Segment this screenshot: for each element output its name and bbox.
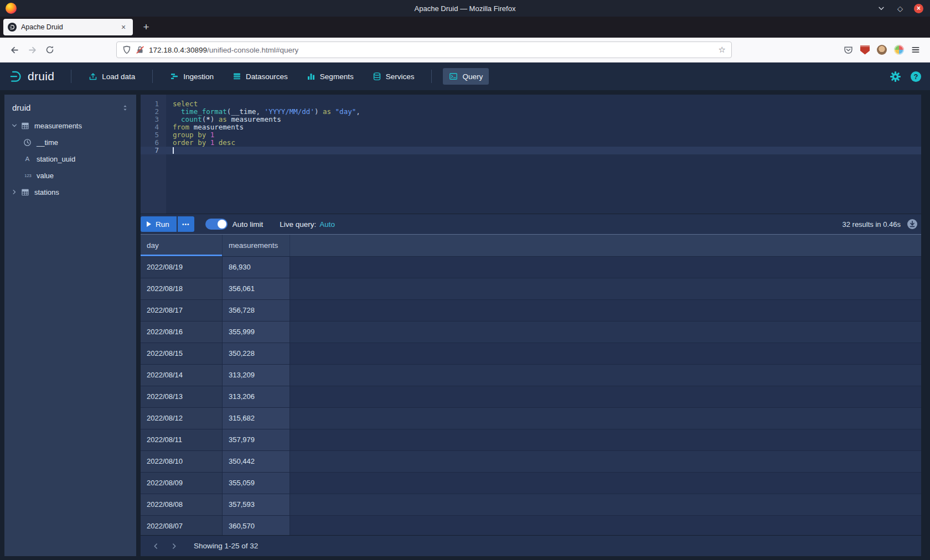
table-row: 2022/08/13313,206 <box>141 386 921 408</box>
line-number: 5 <box>141 131 166 139</box>
cell-measurements[interactable]: 356,061 <box>223 278 290 300</box>
cell-measurements[interactable]: 313,209 <box>223 365 290 386</box>
cell-measurements[interactable]: 357,593 <box>223 494 290 516</box>
window-close-button[interactable]: × <box>914 4 923 13</box>
code-line[interactable]: 1select <box>141 100 921 108</box>
cell-day[interactable]: 2022/08/14 <box>141 365 223 386</box>
tree-item-stations[interactable]: stations <box>4 184 136 200</box>
cell-day[interactable]: 2022/08/07 <box>141 516 223 535</box>
cell-day[interactable]: 2022/08/15 <box>141 343 223 365</box>
window-controls: ◇ × <box>876 3 923 13</box>
nav-segments[interactable]: Segments <box>301 68 360 85</box>
console-main: druid measurements __time A station_uuid <box>0 90 930 560</box>
column-header-measurements[interactable]: measurements <box>223 235 290 256</box>
cell-measurements[interactable]: 313,206 <box>223 386 290 408</box>
cell-day[interactable]: 2022/08/19 <box>141 257 223 278</box>
code-line[interactable]: 6order by 1 desc <box>141 139 921 147</box>
avatar-extension-icon[interactable] <box>877 45 887 55</box>
forward-icon[interactable] <box>23 42 41 58</box>
pinwheel-extension-icon[interactable] <box>894 45 904 55</box>
tree-item-value[interactable]: 123 value <box>4 167 136 184</box>
nav-query[interactable]: Query <box>443 68 489 85</box>
window-titlebar: Apache Druid — Mozilla Firefox ◇ × <box>0 0 930 17</box>
tree-item-time[interactable]: __time <box>4 134 136 151</box>
header-actions: ? <box>890 71 921 82</box>
help-icon[interactable]: ? <box>911 71 921 82</box>
nav-load-data[interactable]: Load data <box>82 68 141 85</box>
cell-day[interactable]: 2022/08/10 <box>141 451 223 473</box>
page-previous-icon[interactable] <box>148 539 163 553</box>
pocket-icon[interactable] <box>844 45 853 55</box>
auto-limit-toggle[interactable] <box>205 219 228 230</box>
cell-day[interactable]: 2022/08/17 <box>141 300 223 322</box>
cell-day[interactable]: 2022/08/16 <box>141 322 223 343</box>
browser-tab[interactable]: Apache Druid × <box>3 19 133 35</box>
ublock-extension-icon[interactable] <box>860 45 870 55</box>
tree-item-label: value <box>37 172 54 180</box>
code-line[interactable]: 5group by 1 <box>141 131 921 139</box>
druid-header: druid Load data Ingestion Datasources Se… <box>0 63 930 90</box>
code-line[interactable]: 2 time_format(__time, 'YYYY/MM/dd') as "… <box>141 108 921 116</box>
schema-sidebar: druid measurements __time A station_uuid <box>4 95 136 556</box>
tree-item-measurements[interactable]: measurements <box>4 117 136 134</box>
cell-measurements[interactable]: 315,682 <box>223 408 290 429</box>
tab-close-icon[interactable]: × <box>118 22 128 32</box>
segments-icon <box>307 72 316 81</box>
cell-measurements[interactable]: 355,999 <box>223 322 290 343</box>
window-minimize-icon[interactable] <box>876 3 886 13</box>
page-next-icon[interactable] <box>167 539 182 553</box>
code-line[interactable]: 7 <box>141 147 921 154</box>
code-line[interactable]: 3 count(*) as measurements <box>141 116 921 123</box>
cell-measurements[interactable]: 357,979 <box>223 429 290 451</box>
table-icon <box>21 122 33 130</box>
nav-ingestion[interactable]: Ingestion <box>164 68 220 85</box>
reload-icon[interactable] <box>41 42 59 58</box>
cell-day[interactable]: 2022/08/12 <box>141 408 223 429</box>
run-button-label: Run <box>156 220 169 229</box>
cell-measurements[interactable]: 355,059 <box>223 473 290 494</box>
double-caret-vertical-icon[interactable] <box>121 103 129 112</box>
gear-icon[interactable] <box>890 71 901 82</box>
chevron-down-icon[interactable] <box>11 122 21 129</box>
new-tab-button[interactable]: + <box>138 19 154 35</box>
cell-day[interactable]: 2022/08/18 <box>141 278 223 300</box>
cell-measurements[interactable]: 360,570 <box>223 516 290 535</box>
table-row: 2022/08/16355,999 <box>141 322 921 343</box>
druid-logo[interactable]: druid <box>9 69 54 84</box>
datasources-icon <box>232 72 241 81</box>
bookmark-star-icon[interactable]: ☆ <box>719 45 726 55</box>
tree-item-station-uuid[interactable]: A station_uuid <box>4 151 136 167</box>
download-icon[interactable] <box>907 219 918 230</box>
tracking-protection-shield-icon[interactable] <box>122 45 131 54</box>
nav-services[interactable]: Services <box>366 68 421 85</box>
url-bar[interactable]: 172.18.0.4:30899/unified-console.html#qu… <box>116 42 732 58</box>
insecure-lock-icon[interactable] <box>136 45 144 54</box>
sql-editor[interactable]: 1select2 time_format(__time, 'YYYY/MM/dd… <box>141 95 921 214</box>
line-number: 7 <box>141 147 166 154</box>
run-more-button[interactable]: ••• <box>178 216 194 232</box>
live-query-value[interactable]: Auto <box>319 220 335 229</box>
nav-datasources[interactable]: Datasources <box>226 68 294 85</box>
cell-measurements[interactable]: 350,442 <box>223 451 290 473</box>
back-icon[interactable] <box>6 42 23 58</box>
code-line[interactable]: 4from measurements <box>141 123 921 131</box>
row-filler <box>290 473 921 494</box>
menu-icon[interactable] <box>911 45 920 54</box>
cell-day[interactable]: 2022/08/11 <box>141 429 223 451</box>
line-number: 4 <box>141 123 166 131</box>
cell-measurements[interactable]: 356,728 <box>223 300 290 322</box>
run-button[interactable]: Run <box>141 216 177 232</box>
svg-text:A: A <box>25 155 30 162</box>
cell-measurements[interactable]: 86,930 <box>223 257 290 278</box>
column-header-day[interactable]: day <box>141 235 223 256</box>
code-text: count(*) as measurements <box>173 116 281 123</box>
table-icon <box>21 188 33 196</box>
cell-measurements[interactable]: 350,228 <box>223 343 290 365</box>
cell-day[interactable]: 2022/08/08 <box>141 494 223 516</box>
run-bar-right: 32 results in 0.46s <box>842 219 921 230</box>
cell-day[interactable]: 2022/08/09 <box>141 473 223 494</box>
window-maximize-icon[interactable]: ◇ <box>895 3 905 13</box>
cell-day[interactable]: 2022/08/13 <box>141 386 223 408</box>
row-filler <box>290 322 921 343</box>
chevron-right-icon[interactable] <box>11 189 21 195</box>
